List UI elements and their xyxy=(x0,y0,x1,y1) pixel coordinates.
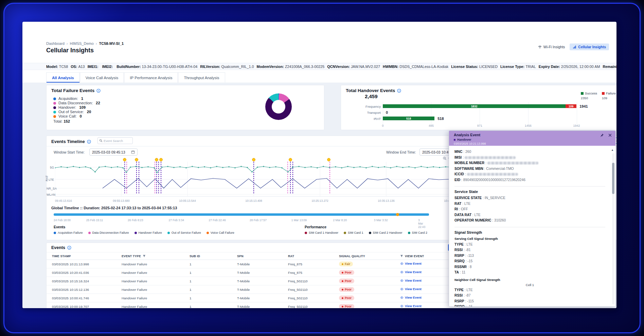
tab-ip-performance-analysis[interactable]: IP Performance Analysis xyxy=(124,72,178,83)
detail-label: DATA RAT xyxy=(454,213,471,217)
handover-legend-row: Success xyxy=(581,91,597,95)
detail-label: ICCID xyxy=(454,172,464,176)
detail-row: RSRP : -115 xyxy=(454,299,605,304)
detail-row: SERVICE STATE : IN_SERVICE xyxy=(454,195,605,201)
info-icon[interactable] xyxy=(96,89,101,93)
table-cell-view-event: View Event xyxy=(395,270,458,275)
column-header-event-type[interactable]: EVENT TYPE xyxy=(116,254,184,258)
detail-row: RSSI : -87 xyxy=(454,293,605,299)
detail-label: RSSI xyxy=(454,248,463,252)
detail-label: SOFTWARE MBN xyxy=(454,167,483,171)
analysis-panel-header: Analysis Event Handover 03/03/2025 10:21… xyxy=(449,131,615,146)
detail-value: -115 xyxy=(467,299,474,303)
breadcrumb-himss-demo[interactable]: HIMSS_Demo xyxy=(70,41,94,46)
event-search-input[interactable] xyxy=(104,139,128,143)
analysis-scrollbar-thumb[interactable] xyxy=(612,163,614,194)
search-icon xyxy=(99,139,103,142)
view-event-link[interactable]: View Event xyxy=(400,304,422,308)
table-row[interactable]: 03/03/2025 10:15:12.136Handover Failure1… xyxy=(47,285,458,294)
tab-all-analysis[interactable]: All Analysis xyxy=(46,72,80,83)
timeline-tick-label: 10:05:13.544 xyxy=(179,199,196,202)
handover-legend-value: 109 xyxy=(602,96,616,100)
detail-label: TYPE xyxy=(454,288,464,292)
badge-label: Poor xyxy=(345,305,352,308)
legend-dot xyxy=(54,232,56,234)
detail-separator: : xyxy=(458,207,461,211)
legend-dot xyxy=(53,102,56,105)
column-header-sub-id[interactable]: SUB ID xyxy=(184,254,232,258)
failure-legend-label: Out of Service: xyxy=(58,110,84,114)
view-event-link[interactable]: View Event xyxy=(400,287,422,291)
detail-value: 310260 xyxy=(494,218,506,222)
breadcrumb-separator: › xyxy=(96,41,97,46)
info-icon[interactable] xyxy=(397,89,401,93)
breadcrumb-dashboard[interactable]: Dashboard xyxy=(46,41,65,46)
bar-row[interactable]: 18321091941 xyxy=(383,104,588,108)
x-tick-label: 0 xyxy=(382,124,383,127)
column-header-label: SPN xyxy=(237,254,244,258)
bar-row[interactable]: 0 xyxy=(383,110,388,114)
view-event-link[interactable]: View Event xyxy=(400,262,422,265)
badge-label: Poor xyxy=(345,288,352,291)
column-header-signal-quality[interactable]: SIGNAL QUALITY xyxy=(334,254,395,258)
column-header-rat[interactable]: RAT xyxy=(283,254,334,258)
column-header-view-event[interactable]: VIEW EVENT xyxy=(395,254,458,258)
global-timeline-marker[interactable] xyxy=(396,213,399,216)
global-timeline-title: Global Timeline :: Duration: 2025-02-24 … xyxy=(51,206,177,210)
bar-row[interactable]: 518518 xyxy=(383,117,444,120)
detail-label: OPERATOR NUMERIC xyxy=(454,218,491,222)
section-subheading: Neighbor Cell Signal Strength xyxy=(454,278,605,282)
detail-separator: : xyxy=(463,248,466,252)
bar-category-label: Frequency xyxy=(357,105,381,108)
info-icon[interactable] xyxy=(67,246,71,250)
redacted-value xyxy=(467,173,518,176)
table-row[interactable]: 03/03/2025 10:20:41.036Handover Failure1… xyxy=(47,268,458,277)
view-event-link[interactable]: View Event xyxy=(400,270,422,274)
funnel-icon[interactable] xyxy=(400,254,403,258)
detail-value: LTE xyxy=(467,288,473,292)
table-row[interactable]: 03/03/2025 10:00:19.707Handover Failure1… xyxy=(47,302,458,308)
failure-legend-item: Handover: 109 xyxy=(53,105,86,110)
signal-quality-badge: Poor xyxy=(339,270,354,275)
global-tick-label: 25 Feb 15:11 xyxy=(86,218,103,222)
signal-quality-badge: Fair xyxy=(339,262,353,266)
breadcrumb-device: TC58-MV-SI_1 xyxy=(99,41,124,46)
table-row[interactable]: 03/03/2025 10:00:41.746Handover Failure1… xyxy=(47,294,458,302)
tab-throughput-analysis[interactable]: Throughput Analysis xyxy=(178,72,225,83)
timeline-chart[interactable] xyxy=(55,157,452,198)
table-row[interactable]: 03/03/2025 10:15:16.324Handover Failure1… xyxy=(47,277,458,285)
tab-voice-call-analysis[interactable]: Voice Call Analysis xyxy=(80,72,124,83)
analysis-scrollbar xyxy=(612,153,614,304)
device-info-key: ModemVersion: xyxy=(256,65,284,69)
legend-dot xyxy=(369,232,371,234)
failure-donut-chart[interactable] xyxy=(265,93,292,120)
column-header-time-stamp[interactable]: TIME STAMP xyxy=(47,254,116,258)
table-row[interactable]: 03/03/2025 10:21:13.998Handover Failure1… xyxy=(47,260,458,268)
handover-panel-title-text: Total Handover Events xyxy=(346,88,395,93)
close-icon[interactable] xyxy=(608,133,612,137)
global-timeline-bar[interactable] xyxy=(54,213,429,216)
window-start-input[interactable]: 2025-03-03 09:45:13 xyxy=(89,148,138,156)
table-cell-signal-quality: Fair xyxy=(334,262,395,266)
pin-icon[interactable] xyxy=(600,133,604,137)
wifi-insights-button[interactable]: Wi-Fi Insights xyxy=(538,45,565,49)
cellular-insights-button[interactable]: Cellular Insights xyxy=(570,43,609,50)
handover-total-value: 2,459 xyxy=(365,93,378,99)
window-start-value: 2025-03-03 09:45:13 xyxy=(92,150,125,154)
failure-panel-title-text: Total Failure Events xyxy=(51,88,94,93)
column-header-spn[interactable]: SPN xyxy=(232,254,283,258)
funnel-icon[interactable] xyxy=(143,254,146,258)
detail-row: RSRQ : -15 xyxy=(454,259,605,264)
table-cell: T-Mobile xyxy=(232,271,283,275)
signal-quality-badge: Poor xyxy=(339,296,354,300)
calendar-icon[interactable] xyxy=(131,150,135,154)
info-icon[interactable] xyxy=(87,140,91,144)
handover-legend-item: Failure109 xyxy=(602,91,616,100)
event-type-swatch xyxy=(454,139,455,141)
legend-label: Acquisition Failure xyxy=(58,231,83,234)
scroll-up-icon[interactable]: ▲ xyxy=(611,148,614,152)
rat-label: NR_SA xyxy=(47,187,54,190)
device-info-value: A13 xyxy=(78,65,85,69)
view-event-link[interactable]: View Event xyxy=(400,296,422,299)
view-event-link[interactable]: View Event xyxy=(400,279,422,282)
